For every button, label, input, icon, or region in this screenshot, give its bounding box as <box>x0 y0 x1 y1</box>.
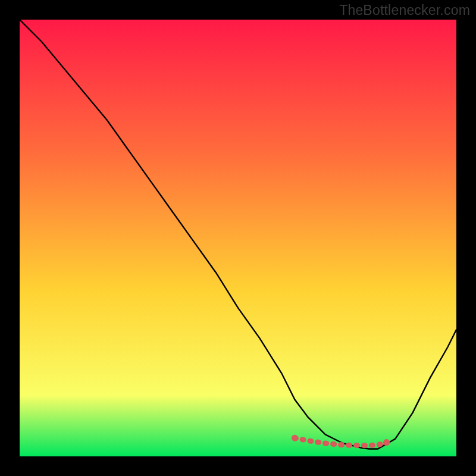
sweet-spot-end-dot <box>383 439 390 446</box>
chart-container: TheBottlenecker.com <box>0 0 476 476</box>
sweet-spot-start-dot <box>292 435 298 441</box>
chart-svg <box>20 20 456 456</box>
plot-area <box>20 20 456 456</box>
gradient-background <box>20 20 456 456</box>
watermark-text: TheBottlenecker.com <box>339 2 470 18</box>
